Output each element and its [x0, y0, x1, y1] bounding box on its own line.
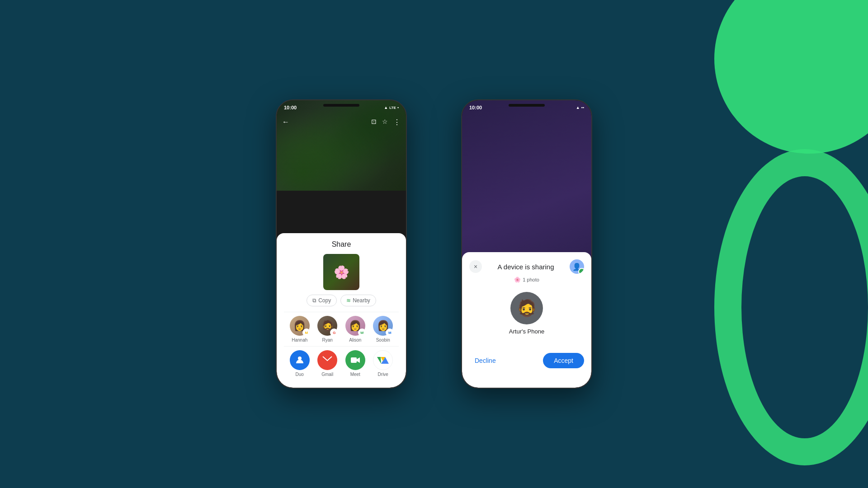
phone2-status-bar: 10:00 ▲ ▪▪ — [462, 100, 591, 113]
dialog-header: × A device is sharing 👤 — [469, 259, 584, 274]
phone2-time: 10:00 — [469, 105, 482, 110]
svg-marker-3 — [377, 357, 381, 364]
close-icon: × — [474, 263, 477, 270]
share-apps-row: Duo Gmail Meet — [284, 346, 399, 380]
meet-name: Meet — [350, 372, 360, 377]
phone1-status-bar: 10:00 ▲ LTE ▪ — [277, 100, 406, 113]
cast-icon[interactable]: ⊡ — [371, 118, 377, 127]
person-soobin[interactable]: 👩 M Soobin — [373, 316, 393, 343]
phone-2-speaker — [509, 104, 545, 107]
alison-avatar: 👩 W — [345, 316, 365, 336]
share-image-thumbnail — [323, 254, 359, 290]
person-ryan[interactable]: 🧔 G Ryan — [317, 316, 337, 343]
gmail-name: Gmail — [321, 372, 333, 377]
app-bar-right-icons: ⊡ ☆ ⋮ — [371, 118, 401, 127]
battery-icon: ▪ — [397, 105, 399, 110]
meet-icon — [345, 350, 365, 370]
phone1-status-icons: ▲ LTE ▪ — [384, 105, 399, 110]
share-people-row: 👩 M Hannah 🧔 — [284, 312, 399, 346]
svg-rect-1 — [351, 357, 357, 363]
phone-1-inner: 10:00 ▲ LTE ▪ ← ⊡ ☆ ⋮ — [277, 100, 406, 388]
dialog-user-avatar: 👤 — [570, 259, 584, 274]
app-drive[interactable]: Drive — [373, 350, 393, 377]
phone2-status-icons: ▲ ▪▪ — [576, 105, 584, 110]
phone1-time: 10:00 — [284, 105, 297, 110]
star-icon[interactable]: ☆ — [382, 118, 388, 127]
app-gmail[interactable]: Gmail — [317, 350, 337, 377]
soobin-avatar: 👩 M — [373, 316, 393, 336]
ryan-avatar: 🧔 G — [317, 316, 337, 336]
bg-circle-arc — [714, 149, 868, 465]
duo-icon — [290, 350, 310, 370]
gmail-icon — [317, 350, 337, 370]
phone1-background: 10:00 ▲ LTE ▪ ← ⊡ ☆ ⋮ — [277, 100, 406, 191]
lte-icon: LTE — [389, 106, 396, 110]
hannah-name: Hannah — [292, 338, 307, 343]
alison-badge: W — [358, 328, 366, 337]
phone-2: 10:00 ▲ ▪▪ × A device is sharing 👤 — [461, 99, 592, 389]
nearby-label: Nearby — [353, 297, 370, 304]
ryan-name: Ryan — [322, 338, 333, 343]
phone-2-inner: 10:00 ▲ ▪▪ × A device is sharing 👤 — [462, 100, 591, 388]
phone2-wifi-icon: ▲ — [576, 105, 580, 110]
nearby-button[interactable]: ≋ Nearby — [340, 295, 376, 306]
phone1-app-bar: ← ⊡ ☆ ⋮ — [277, 113, 406, 131]
svg-point-0 — [298, 357, 302, 360]
copy-label: Copy — [318, 297, 331, 304]
app-meet[interactable]: Meet — [345, 350, 365, 377]
soobin-name: Soobin — [376, 338, 390, 343]
back-icon[interactable]: ← — [282, 118, 289, 126]
hannah-badge: M — [302, 328, 311, 337]
dialog-close-button[interactable]: × — [469, 260, 482, 273]
device-name: Artur's Phone — [509, 328, 544, 335]
device-container: 🧔 Artur's Phone — [469, 292, 584, 335]
duo-name: Duo — [296, 372, 304, 377]
nearby-icon: ≋ — [346, 297, 351, 304]
ryan-badge: G — [330, 328, 338, 337]
phones-container: 10:00 ▲ LTE ▪ ← ⊡ ☆ ⋮ — [276, 99, 592, 389]
person-alison[interactable]: 👩 W Alison — [345, 316, 365, 343]
dialog-actions: Decline Accept — [469, 346, 584, 368]
menu-icon[interactable]: ⋮ — [393, 118, 401, 127]
photo-count-icon: 🌸 — [514, 277, 521, 283]
drive-icon — [373, 350, 393, 370]
phone2-battery-icon: ▪▪ — [581, 105, 584, 110]
svg-marker-2 — [357, 357, 360, 363]
photo-count: 🌸 1 photo — [469, 277, 584, 283]
wifi-icon: ▲ — [384, 105, 388, 110]
share-quick-actions: ⧉ Copy ≋ Nearby — [307, 295, 376, 306]
device-avatar: 🧔 — [510, 292, 543, 324]
copy-icon: ⧉ — [312, 297, 316, 304]
dialog-title: A device is sharing — [482, 263, 570, 271]
share-preview: ⧉ Copy ≋ Nearby — [284, 254, 399, 306]
phone-1: 10:00 ▲ LTE ▪ ← ⊡ ☆ ⋮ — [276, 99, 407, 389]
app-duo[interactable]: Duo — [290, 350, 310, 377]
copy-button[interactable]: ⧉ Copy — [307, 295, 337, 306]
share-title: Share — [284, 240, 399, 249]
share-sheet: Share ⧉ Copy ≋ Nearby — [277, 233, 406, 388]
nearby-share-dialog: × A device is sharing 👤 🌸 1 photo 🧔 — [462, 252, 591, 388]
bg-circle-top — [714, 0, 868, 154]
hannah-avatar: 👩 M — [290, 316, 310, 336]
accept-button[interactable]: Accept — [543, 353, 584, 368]
soobin-badge: M — [386, 328, 394, 337]
person-hannah[interactable]: 👩 M Hannah — [290, 316, 310, 343]
alison-name: Alison — [349, 338, 361, 343]
drive-name: Drive — [378, 372, 388, 377]
phone-1-speaker — [323, 104, 359, 107]
photo-count-text: 1 photo — [523, 277, 539, 282]
decline-button[interactable]: Decline — [469, 353, 501, 368]
